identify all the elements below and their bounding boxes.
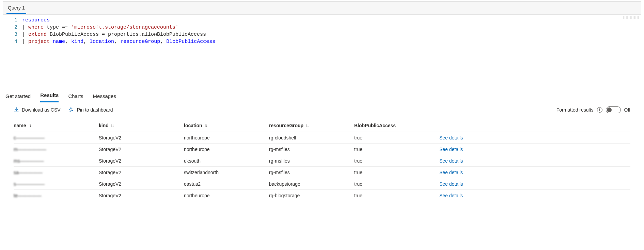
see-details-link[interactable]: See details — [439, 158, 463, 164]
cell-resourcegroup: rg-blogstorage — [269, 193, 354, 198]
cell-kind: StorageV2 — [99, 193, 184, 198]
editor-tab-query1[interactable]: Query 1 — [6, 3, 26, 14]
tab-results[interactable]: Results — [40, 91, 59, 102]
cell-resourcegroup: backupstorage — [269, 181, 354, 187]
table-row[interactable]: s——————StorageV2eastus2backupstoragetrue… — [14, 178, 630, 189]
sort-icon: ↑↓ — [28, 123, 31, 128]
tab-messages[interactable]: Messages — [93, 92, 116, 102]
cell-resourcegroup: rg-msfiles — [269, 147, 354, 152]
cell-blobpublicaccess: true — [354, 170, 439, 175]
cell-kind: StorageV2 — [99, 170, 184, 175]
cell-location: eastus2 — [184, 181, 269, 187]
cell-blobpublicaccess: true — [354, 147, 439, 152]
table-row[interactable]: sa—————StorageV2switzerlandnorthrg-msfil… — [14, 166, 630, 178]
results-toolbar: Download as CSV Pin to dashboard Formatt… — [0, 102, 644, 119]
cell-kind: StorageV2 — [99, 135, 184, 140]
tab-charts[interactable]: Charts — [68, 92, 83, 102]
cell-name: s—————— — [14, 181, 99, 187]
info-icon[interactable]: i — [597, 107, 602, 113]
code-editor[interactable]: 1 2 3 4 resources | where type =~ 'micro… — [3, 14, 641, 86]
sort-icon: ↑↓ — [305, 123, 308, 128]
column-header-location[interactable]: location ↑↓ — [184, 123, 269, 128]
toggle-state-label: Off — [624, 107, 630, 113]
line-number-gutter: 1 2 3 4 — [3, 15, 22, 59]
pin-dashboard-label: Pin to dashboard — [77, 107, 113, 113]
cell-name: sa————— — [14, 170, 99, 175]
sort-icon: ↑↓ — [111, 123, 113, 128]
code-line: | where type =~ 'microsoft.storage/stora… — [22, 24, 641, 31]
editor-tab-bar: Query 1 — [3, 2, 641, 14]
results-table: name ↑↓ kind ↑↓ location ↑↓ resourceGrou… — [0, 119, 644, 201]
cell-name: m—————— — [14, 147, 99, 152]
tab-get-started[interactable]: Get started — [5, 92, 31, 102]
cell-name: c—————— — [14, 135, 99, 140]
line-number: 1 — [3, 17, 17, 24]
line-number: 2 — [3, 24, 17, 31]
column-header-label: location — [184, 123, 202, 128]
column-header-label: kind — [99, 123, 109, 128]
cell-resourcegroup: rg-cloudshell — [269, 135, 354, 140]
see-details-link[interactable]: See details — [439, 147, 463, 152]
table-header-row: name ↑↓ kind ↑↓ location ↑↓ resourceGrou… — [14, 119, 630, 132]
column-header-resourcegroup[interactable]: resourceGroup ↑↓ — [269, 123, 354, 128]
cell-location: uksouth — [184, 158, 269, 164]
cell-name: ms————— — [14, 158, 99, 164]
see-details-link[interactable]: See details — [439, 170, 463, 175]
column-header-label: name — [14, 123, 26, 128]
cell-location: northeurope — [184, 193, 269, 198]
code-line: | extend BlobPublicAccess = properties.a… — [22, 31, 641, 38]
download-csv-button[interactable]: Download as CSV — [14, 107, 61, 113]
cell-blobpublicaccess: true — [354, 135, 439, 140]
pin-icon — [69, 107, 74, 113]
cell-location: northeurope — [184, 147, 269, 152]
editor-minimap — [623, 16, 640, 19]
see-details-link[interactable]: See details — [439, 135, 463, 140]
code-line: | project name, kind, location, resource… — [22, 38, 641, 45]
formatted-results-label: Formatted results — [556, 107, 594, 113]
table-row[interactable]: m——————StorageV2northeuroperg-msfilestru… — [14, 143, 630, 155]
see-details-link[interactable]: See details — [439, 193, 463, 198]
line-number: 4 — [3, 38, 17, 45]
sort-icon: ↑↓ — [204, 123, 207, 128]
download-icon — [14, 107, 19, 113]
code-lines: resources | where type =~ 'microsoft.sto… — [22, 15, 641, 59]
column-header-blobpublicaccess[interactable]: BlobPublicAccess — [354, 123, 439, 128]
table-row[interactable]: ms—————StorageV2uksouthrg-msfilestrueSee… — [14, 155, 630, 166]
download-csv-label: Download as CSV — [22, 107, 61, 113]
cell-kind: StorageV2 — [99, 158, 184, 164]
cell-blobpublicaccess: true — [354, 158, 439, 164]
cell-blobpublicaccess: true — [354, 181, 439, 187]
pin-dashboard-button[interactable]: Pin to dashboard — [69, 107, 113, 113]
column-header-label: resourceGroup — [269, 123, 303, 128]
table-row[interactable]: c——————StorageV2northeuroperg-cloudshell… — [14, 132, 630, 143]
cell-blobpublicaccess: true — [354, 193, 439, 198]
cell-resourcegroup: rg-msfiles — [269, 170, 354, 175]
see-details-link[interactable]: See details — [439, 181, 463, 187]
column-header-name[interactable]: name ↑↓ — [14, 123, 99, 128]
results-tab-bar: Get started Results Charts Messages — [0, 86, 644, 102]
query-editor-panel: Query 1 1 2 3 4 resources | where type =… — [3, 1, 641, 86]
cell-name: te————— — [14, 193, 99, 198]
cell-location: northeurope — [184, 135, 269, 140]
formatted-results-toggle[interactable] — [606, 106, 621, 113]
cell-location: switzerlandnorth — [184, 170, 269, 175]
code-line: resources — [22, 17, 641, 24]
cell-kind: StorageV2 — [99, 147, 184, 152]
cell-kind: StorageV2 — [99, 181, 184, 187]
cell-resourcegroup: rg-msfiles — [269, 158, 354, 164]
column-header-label: BlobPublicAccess — [354, 123, 396, 128]
table-row[interactable]: te—————StorageV2northeuroperg-blogstorag… — [14, 189, 630, 201]
column-header-kind[interactable]: kind ↑↓ — [99, 123, 184, 128]
line-number: 3 — [3, 31, 17, 38]
